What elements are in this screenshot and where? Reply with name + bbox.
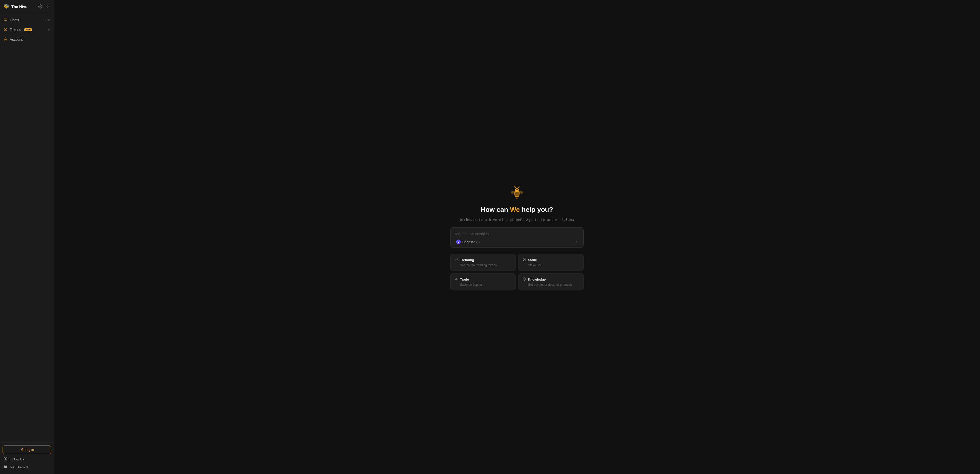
account-label: Account [10,37,23,41]
action-card-stake[interactable]: Stake Stake Sol [518,254,584,271]
svg-point-6 [5,38,6,39]
svg-rect-2 [48,5,49,6]
svg-marker-19 [516,197,517,199]
sidebar: 🐝 The Hive [0,0,54,474]
svg-line-11 [515,186,516,189]
sidebar-item-tokens[interactable]: Tokens New ∨ [0,25,54,35]
sidebar-footer: Log in Follow Us Join Discord [0,442,54,474]
svg-point-12 [514,186,515,187]
discord-link[interactable]: Join Discord [3,464,51,470]
stake-card-title: Stake [528,258,537,262]
trending-card-title: Trending [460,258,474,262]
account-icon [3,37,8,42]
model-chevron-icon: ▾ [479,240,480,243]
stake-card-desc: Stake Sol [523,263,579,267]
tokens-icon [3,27,8,32]
action-cards: Trending Search the trending tokens Stak… [450,254,584,290]
search-input[interactable] [455,232,579,236]
discord-label: Join Discord [10,465,28,469]
stake-card-icon [523,258,526,262]
model-selector-button[interactable]: D Deepseek ▾ [455,239,482,245]
chats-label: Chats [10,18,19,22]
twitter-icon [3,457,7,461]
chats-chevron-icon: ∨ [48,18,50,22]
svg-point-17 [516,189,517,190]
trade-card-desc: Swap on Jupiter [455,283,511,286]
trade-card-title: Trade [460,278,469,282]
chats-icon [3,18,8,22]
sidebar-header: 🐝 The Hive [0,0,54,13]
settings-button[interactable] [38,4,43,9]
svg-rect-3 [46,7,47,8]
trending-card-desc: Search the trending tokens [455,263,511,267]
svg-point-14 [519,186,520,187]
action-card-trade[interactable]: Trade Swap on Jupiter [450,274,515,290]
hero-heading-prefix: How can [481,206,510,213]
chats-add-button[interactable]: + [44,18,46,22]
hero-heading-suffix: help you? [520,206,553,213]
app-title: The Hive [11,4,27,9]
svg-point-9 [514,194,520,196]
header-actions [38,4,50,9]
hero-heading-highlight: We [510,206,520,213]
discord-icon [3,465,7,469]
sidebar-item-chats[interactable]: Chats + ∨ [0,15,54,25]
knowledge-card-icon [523,277,526,282]
follow-us-label: Follow Us [10,457,24,461]
knowledge-card-desc: Get developer docs for protocols [523,283,579,286]
login-button[interactable]: Log in [3,445,51,454]
login-label: Log in [25,448,34,452]
knowledge-card-title: Knowledge [528,278,546,282]
svg-point-8 [514,192,520,194]
tokens-chevron-icon: ∨ [48,28,50,32]
send-button[interactable] [573,239,579,245]
svg-rect-4 [48,7,49,8]
svg-point-18 [517,189,518,190]
trade-card-icon [455,277,458,282]
sidebar-item-account[interactable]: Account [0,35,54,45]
svg-point-0 [40,6,41,7]
svg-line-13 [518,186,519,189]
sidebar-nav: Chats + ∨ Tokens New ∨ [0,13,54,442]
bee-icon: 🐝 [3,3,9,9]
hero-heading: How can We help you? [481,206,553,214]
svg-rect-1 [46,5,47,6]
action-card-knowledge[interactable]: Knowledge Get developer docs for protoco… [518,274,584,290]
svg-point-10 [515,188,519,192]
action-card-trending[interactable]: Trending Search the trending tokens [450,254,515,271]
deepseek-icon: D [456,240,461,244]
model-name: Deepseek [462,240,477,244]
hero-subtext: Orchestrate a hive mind of DeFi Agents t… [460,218,574,222]
hero-bee-icon [508,184,526,202]
hero-section: How can We help you? Orchestrate a hive … [445,184,589,290]
main-content: How can We help you? Orchestrate a hive … [54,0,980,474]
search-footer: D Deepseek ▾ [455,239,579,245]
logo: 🐝 The Hive [3,3,27,9]
trending-card-icon [455,258,458,262]
tokens-label: Tokens [10,28,21,32]
follow-us-link[interactable]: Follow Us [3,457,51,462]
search-box: D Deepseek ▾ [450,227,584,248]
tokens-badge: New [24,28,32,31]
layout-button[interactable] [45,4,50,9]
